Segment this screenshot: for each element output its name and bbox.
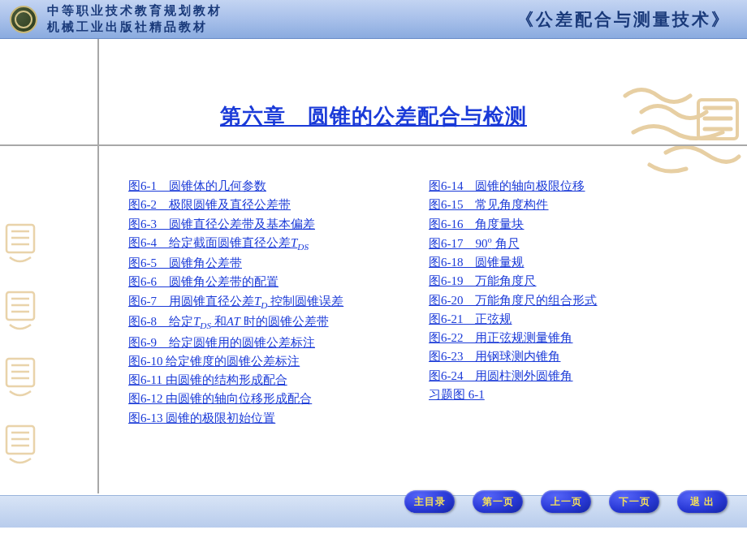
prev-page-button[interactable]: 上一页 [541, 490, 591, 513]
toc-link[interactable]: 图6-17 90o 角尺 [429, 234, 598, 253]
toc-link[interactable]: 图6-5 圆锥角公差带 [128, 254, 429, 273]
toc-link[interactable]: 图6-3 圆锥直径公差带及基本偏差 [128, 215, 429, 234]
toc-column-left: 图6-1 圆锥体的几何参数图6-2 极限圆锥及直径公差带图6-3 圆锥直径公差带… [128, 177, 429, 428]
svg-rect-0 [698, 100, 737, 139]
toc-link[interactable]: 图6-20 万能角度尺的组合形式 [429, 291, 598, 310]
toc-link[interactable]: 图6-4 给定截面圆锥直径公差TDS [128, 234, 429, 254]
header-line1: 中等职业技术教育规划教材 [47, 3, 222, 19]
toc-link[interactable]: 图6-22 用正弦规测量锥角 [429, 329, 598, 347]
chapter-title-link[interactable]: 第六章 圆锥的公差配合与检测 [220, 102, 527, 131]
toc-link[interactable]: 图6-24 用圆柱测外圆锥角 [429, 367, 598, 386]
toc-link[interactable]: 图6-10 给定锥度的圆锥公差标注 [128, 352, 429, 371]
toc-link[interactable]: 图6-7 用圆锥直径公差TD 控制圆锥误差 [128, 292, 429, 312]
toc-link[interactable]: 图6-14 圆锥的轴向极限位移 [429, 177, 598, 196]
horizontal-divider [0, 144, 747, 146]
svg-rect-4 [6, 426, 34, 454]
vertical-divider [97, 39, 99, 493]
nav-button-group: 主目录 第一页 上一页 下一页 退 出 [404, 490, 728, 513]
toc-link[interactable]: 图6-13 圆锥的极限初始位置 [128, 409, 429, 428]
first-page-button[interactable]: 第一页 [473, 490, 523, 513]
header-bar: 中等职业技术教育规划教材 机械工业出版社精品教材 《公差配合与测量技术》 [0, 0, 747, 39]
toc-columns: 图6-1 圆锥体的几何参数图6-2 极限圆锥及直径公差带图6-3 圆锥直径公差带… [128, 177, 715, 428]
exit-button[interactable]: 退 出 [677, 490, 728, 513]
toc-link[interactable]: 图6-16 角度量块 [429, 215, 598, 234]
ornament-top-right [617, 80, 747, 185]
home-button[interactable]: 主目录 [404, 490, 455, 513]
svg-rect-1 [6, 225, 34, 252]
logo-icon [10, 6, 37, 33]
ornament-left-seals [0, 211, 41, 479]
toc-link[interactable]: 图6-18 圆锥量规 [429, 253, 598, 272]
toc-link[interactable]: 图6-23 用钢球测内锥角 [429, 347, 598, 366]
toc-link[interactable]: 图6-1 圆锥体的几何参数 [128, 177, 429, 196]
content-area: 第六章 圆锥的公差配合与检测 图6-1 圆锥体的几何参数图6-2 极限圆锥及直径… [0, 39, 747, 528]
toc-link[interactable]: 图6-8 给定TDS 和AT 时的圆锥公差带 [128, 312, 429, 333]
toc-link[interactable]: 图6-21 正弦规 [429, 310, 598, 329]
svg-rect-2 [6, 292, 34, 320]
toc-link[interactable]: 图6-15 常见角度构件 [429, 196, 598, 214]
toc-link[interactable]: 图6-12 由圆锥的轴向位移形成配合 [128, 390, 429, 408]
svg-rect-3 [6, 359, 34, 386]
header-book-title: 《公差配合与测量技术》 [516, 8, 731, 31]
toc-link[interactable]: 图6-9 给定圆锥用的圆锥公差标注 [128, 334, 429, 352]
toc-link[interactable]: 图6-19 万能角度尺 [429, 272, 598, 291]
toc-link[interactable]: 习题图 6-1 [429, 386, 598, 404]
next-page-button[interactable]: 下一页 [609, 490, 659, 513]
header-line2: 机械工业出版社精品教材 [47, 19, 222, 36]
toc-link[interactable]: 图6-11 由圆锥的结构形成配合 [128, 371, 429, 390]
toc-link[interactable]: 图6-2 极限圆锥及直径公差带 [128, 196, 429, 214]
header-subtitle-block: 中等职业技术教育规划教材 机械工业出版社精品教材 [47, 3, 222, 35]
toc-link[interactable]: 图6-6 圆锥角公差带的配置 [128, 273, 429, 291]
toc-column-right: 图6-14 圆锥的轴向极限位移图6-15 常见角度构件图6-16 角度量块图6-… [429, 177, 598, 428]
